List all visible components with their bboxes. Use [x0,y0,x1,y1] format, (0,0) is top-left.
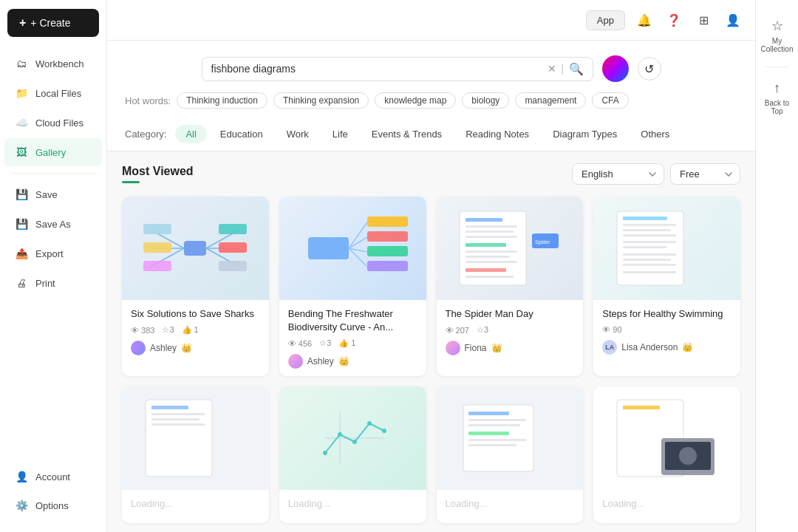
sidebar-item-save-as[interactable]: 💾 Save As [4,210,102,238]
cat-btn-others[interactable]: Others [630,125,680,143]
user-avatar[interactable] [602,55,629,82]
svg-rect-24 [466,225,517,228]
svg-rect-12 [219,261,247,271]
sidebar-item-cloud-files[interactable]: ☁️ Cloud Files [4,109,102,137]
svg-text:Spider: Spider [535,239,550,245]
cat-btn-diagram-types[interactable]: Diagram Types [542,125,627,143]
folder-icon: 📁 [15,86,28,100]
card-healthy-swimming[interactable]: Steps for Healthy Swimming 👁 90 LA Lisa … [593,197,740,376]
svg-rect-36 [623,216,667,220]
cloud-icon: ☁️ [15,116,28,129]
svg-rect-60 [468,419,526,421]
card-partial-5[interactable]: Loading... [122,386,269,522]
sidebar-item-save[interactable]: 💾 Save [4,180,102,208]
view-count: 👁 207 [446,326,469,335]
sidebar-item-gallery[interactable]: 🖼 Gallery [4,138,102,166]
card-title: Six Solutions to Save Sharks [131,307,260,321]
card-author: Fiona 👑 [446,341,575,355]
card-partial-6[interactable]: Loading... [279,386,426,522]
svg-rect-64 [468,444,516,446]
svg-point-54 [338,432,342,437]
gallery-icon: 🖼 [15,146,28,159]
hot-tag-biology[interactable]: biology [462,92,509,109]
svg-line-14 [349,222,367,248]
topbar: App 🔔 ❓ ⊞ 👤 [107,0,755,41]
search-divider: | [561,62,564,75]
svg-rect-63 [468,439,526,441]
price-filter[interactable]: Free Premium All [670,163,740,185]
card-six-solutions[interactable]: Six Solutions to Save Sharks 👁 383 ☆3 👍 … [122,197,269,376]
main-content: App 🔔 ❓ ⊞ 👤 ✕ | 🔍 ↺ Hot words: Thinking … [107,0,755,532]
svg-rect-19 [367,231,408,242]
card-meta: 👁 456 ☆3 👍 1 [288,338,417,348]
user-menu-icon[interactable]: 👤 [723,10,743,30]
card-partial-8[interactable]: Loading... [593,386,740,522]
search-clear-icon[interactable]: ✕ [548,63,556,75]
card-title: The Spider Man Day [446,307,575,321]
sidebar-item-export[interactable]: 📤 Export [4,239,102,267]
document-preview: Spider [452,208,567,289]
card-freshwater[interactable]: Bending The Freshwater Biodiversity Curv… [279,197,426,376]
card-body: Loading... [122,490,269,522]
hot-words: Hot words: Thinking induction Thinking e… [125,92,737,117]
cat-btn-reading-notes[interactable]: Reading Notes [455,125,539,143]
sidebar-item-local-files[interactable]: 📁 Local Files [4,79,102,107]
language-filter[interactable]: English Chinese All Languages [572,163,664,185]
crown-icon: 👑 [338,356,349,366]
back-to-top-label: Back to Top [763,99,791,115]
workbench-icon: 🗂 [15,57,28,70]
card-meta: 👁 383 ☆3 👍 1 [131,325,260,335]
photo-preview [610,394,724,482]
search-submit-icon[interactable]: 🔍 [569,62,584,76]
category-label: Category: [125,129,166,140]
sidebar-item-workbench[interactable]: 🗂 Workbench [4,50,102,78]
sidebar-item-label: Export [35,248,64,259]
crown-icon: 👑 [682,342,693,352]
svg-rect-13 [308,237,349,259]
hot-tag-knowledge-map[interactable]: knowledge map [375,92,456,109]
search-input[interactable] [211,63,548,75]
hot-tag-cfa[interactable]: CFA [592,92,628,109]
svg-rect-7 [143,224,171,234]
author-name: Ashley [150,343,177,353]
hot-tag-thinking-expansion[interactable]: Thinking expansion [273,92,369,109]
cat-btn-all[interactable]: All [175,125,206,143]
card-thumbnail: Spider [437,197,584,300]
cat-btn-education[interactable]: Education [210,125,273,143]
card-author: Ashley 👑 [288,354,417,369]
hot-tag-thinking-induction[interactable]: Thinking induction [177,92,267,109]
svg-rect-47 [151,406,188,409]
cat-btn-events-trends[interactable]: Events & Trends [361,125,452,143]
cat-btn-work[interactable]: Work [276,125,319,143]
hot-label: Hot words: [125,95,171,106]
sidebar-item-account[interactable]: 👤 Account [4,463,102,491]
crown-icon: 👑 [181,343,192,353]
help-icon[interactable]: ❓ [664,10,684,30]
card-body: Six Solutions to Save Sharks 👁 383 ☆3 👍 … [122,300,269,363]
create-label: + Create [30,17,70,29]
refresh-button[interactable]: ↺ [638,57,661,81]
sidebar-nav: 🗂 Workbench 📁 Local Files ☁️ Cloud Files… [0,46,106,532]
card-spider-man[interactable]: Spider The Spider Man Day 👁 207 ☆3 Fiona… [437,197,584,376]
app-button[interactable]: App [586,10,625,30]
sidebar-item-print[interactable]: 🖨 Print [4,269,102,297]
card-body: Bending The Freshwater Biodiversity Curv… [279,300,426,376]
apps-grid-icon[interactable]: ⊞ [693,10,714,30]
notifications-icon[interactable]: 🔔 [634,10,655,30]
crown-icon: 👑 [491,343,502,353]
svg-rect-21 [367,261,408,271]
cat-btn-life[interactable]: Life [322,125,358,143]
svg-point-56 [367,421,372,426]
svg-rect-38 [623,229,671,231]
sidebar-item-options[interactable]: ⚙️ Options [4,491,102,519]
author-name: Lisa Anderson [621,342,678,352]
svg-rect-40 [623,241,676,243]
my-collection-button[interactable]: ☆ My Collection [757,10,798,61]
create-button[interactable]: + + Create [7,9,99,37]
search-bar: ✕ | 🔍 [202,57,593,81]
hot-tag-management[interactable]: management [515,92,586,109]
back-to-top-button[interactable]: ↑ Back to Top [759,73,795,123]
save-icon: 💾 [15,188,28,201]
card-partial-7[interactable]: Loading... [437,386,584,522]
svg-rect-32 [466,276,514,278]
